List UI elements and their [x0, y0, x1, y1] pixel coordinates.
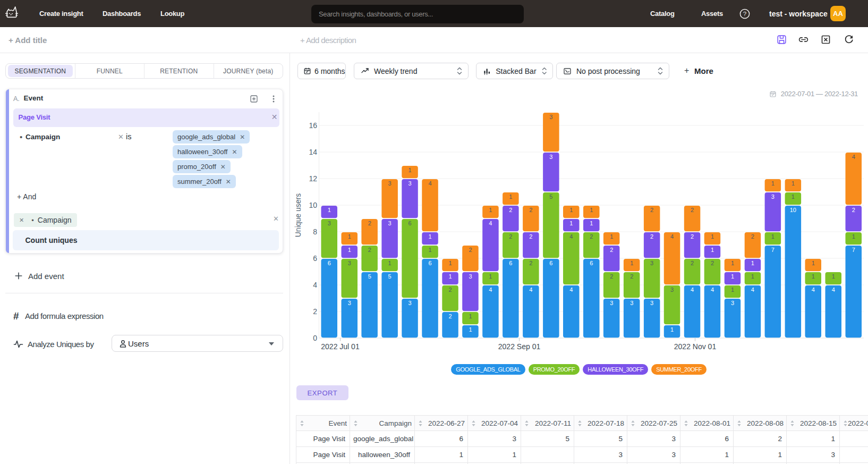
svg-text:3: 3: [771, 193, 775, 200]
svg-text:4: 4: [313, 281, 317, 289]
svg-text:1: 1: [348, 247, 351, 253]
svg-text:16: 16: [309, 121, 317, 130]
svg-text:2: 2: [630, 273, 633, 280]
svg-text:1: 1: [610, 233, 613, 240]
svg-text:6: 6: [409, 220, 412, 226]
svg-text:1: 1: [469, 313, 472, 319]
svg-text:5: 5: [388, 273, 392, 280]
svg-text:1: 1: [469, 326, 472, 333]
svg-text:1: 1: [569, 220, 573, 226]
svg-text:3: 3: [328, 220, 331, 226]
svg-text:1: 1: [630, 260, 633, 266]
svg-text:1: 1: [489, 207, 492, 213]
svg-text:1: 1: [731, 286, 734, 293]
svg-text:1: 1: [448, 260, 452, 266]
svg-text:1: 1: [409, 167, 412, 173]
svg-text:2: 2: [650, 233, 653, 240]
svg-text:6: 6: [549, 260, 552, 266]
svg-text:4: 4: [852, 154, 855, 160]
svg-text:10: 10: [790, 207, 796, 213]
svg-text:1: 1: [428, 247, 431, 253]
svg-text:2: 2: [313, 307, 317, 316]
svg-text:6: 6: [328, 260, 331, 266]
svg-text:3: 3: [388, 180, 392, 187]
svg-text:3: 3: [409, 300, 412, 306]
svg-text:1: 1: [348, 233, 351, 240]
svg-text:Unique users: Unique users: [294, 193, 302, 238]
svg-text:3: 3: [348, 300, 351, 306]
svg-text:3: 3: [388, 220, 392, 226]
svg-text:1: 1: [731, 273, 734, 280]
svg-text:3: 3: [348, 260, 351, 266]
svg-text:4: 4: [711, 286, 714, 293]
svg-text:1: 1: [852, 233, 855, 240]
svg-text:4: 4: [489, 220, 492, 226]
svg-text:1: 1: [771, 180, 775, 187]
svg-text:1: 1: [711, 247, 714, 253]
svg-text:3: 3: [630, 300, 633, 306]
svg-text:4: 4: [489, 286, 492, 293]
svg-text:3: 3: [670, 286, 674, 293]
svg-text:4: 4: [812, 286, 815, 293]
svg-text:5: 5: [549, 193, 552, 200]
svg-text:1: 1: [751, 260, 754, 266]
svg-text:6: 6: [313, 254, 317, 263]
svg-text:2: 2: [368, 247, 371, 253]
svg-text:1: 1: [711, 233, 714, 240]
svg-text:4: 4: [670, 233, 674, 240]
svg-text:1: 1: [428, 233, 431, 240]
svg-text:2: 2: [852, 207, 855, 213]
svg-text:3: 3: [610, 300, 613, 306]
svg-text:1: 1: [448, 273, 452, 280]
svg-text:3: 3: [650, 260, 653, 266]
svg-text:2: 2: [751, 233, 754, 240]
svg-text:10: 10: [309, 201, 317, 209]
svg-text:1: 1: [731, 260, 734, 266]
svg-text:4: 4: [751, 286, 754, 293]
svg-text:2: 2: [509, 233, 512, 240]
svg-text:7: 7: [852, 247, 855, 253]
svg-text:1: 1: [792, 193, 795, 200]
svg-text:4: 4: [569, 286, 573, 293]
svg-text:14: 14: [309, 148, 317, 156]
svg-text:6: 6: [509, 260, 512, 266]
svg-text:2022 Nov 01: 2022 Nov 01: [674, 342, 717, 351]
svg-text:8: 8: [313, 227, 317, 236]
svg-text:4: 4: [691, 286, 694, 293]
svg-text:4: 4: [529, 286, 532, 293]
svg-text:3: 3: [409, 180, 412, 187]
svg-text:7: 7: [771, 247, 775, 253]
svg-text:?: ?: [743, 11, 746, 17]
svg-text:1: 1: [509, 193, 512, 200]
svg-text:2: 2: [650, 207, 653, 213]
svg-text:3: 3: [549, 154, 552, 160]
svg-text:2022 Sep 01: 2022 Sep 01: [498, 342, 541, 351]
svg-text:1: 1: [670, 326, 674, 333]
svg-text:2: 2: [368, 220, 371, 226]
svg-text:2: 2: [529, 207, 532, 213]
svg-text:1: 1: [590, 220, 593, 226]
svg-text:1: 1: [388, 260, 392, 266]
svg-text:2: 2: [448, 286, 452, 293]
svg-text:3: 3: [549, 114, 552, 120]
svg-text:1: 1: [569, 207, 573, 213]
svg-text:2: 2: [509, 207, 512, 213]
svg-text:2: 2: [610, 247, 613, 253]
svg-text:3: 3: [650, 300, 653, 306]
svg-text:2: 2: [448, 313, 452, 319]
svg-text:4: 4: [428, 180, 431, 187]
svg-text:1: 1: [771, 233, 775, 240]
svg-text:1: 1: [812, 273, 815, 280]
svg-text:1: 1: [812, 260, 815, 266]
svg-text:1: 1: [792, 180, 795, 187]
svg-text:2: 2: [691, 260, 694, 266]
svg-text:2: 2: [529, 260, 532, 266]
svg-text:0: 0: [313, 334, 317, 342]
svg-text:2: 2: [610, 273, 613, 280]
svg-text:6: 6: [428, 260, 431, 266]
svg-text:4: 4: [569, 233, 573, 240]
svg-text:3: 3: [469, 273, 472, 280]
svg-text:2: 2: [691, 233, 694, 240]
svg-text:4: 4: [832, 286, 835, 293]
svg-text:3: 3: [731, 300, 734, 306]
